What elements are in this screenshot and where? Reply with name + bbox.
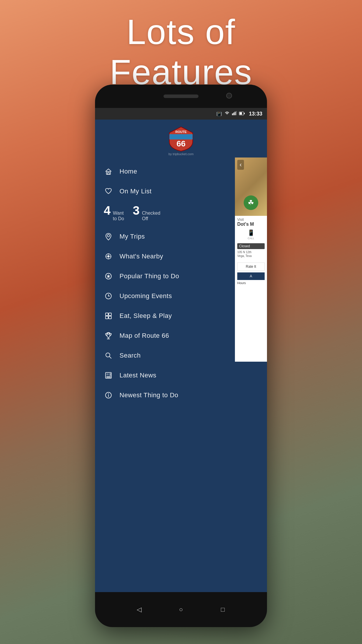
trophy-icon — [104, 331, 113, 340]
battery-icon — [239, 111, 245, 116]
svg-text:66: 66 — [176, 139, 185, 148]
grid-icon — [104, 311, 113, 321]
hours-label: Hours — [237, 280, 265, 286]
newspaper-icon — [104, 371, 113, 380]
phone-camera — [226, 93, 232, 99]
svg-point-42 — [108, 393, 109, 394]
menu-label-upcoming-events: Upcoming Events — [120, 292, 172, 300]
phone-top-bezel — [95, 85, 267, 108]
svg-line-32 — [110, 357, 112, 359]
call-button[interactable]: 📱 CALL — [237, 227, 265, 242]
menu-label-my-trips: My Trips — [120, 233, 145, 240]
svg-rect-1 — [233, 113, 234, 115]
phone-icon: 📱 — [247, 229, 255, 236]
by-text: by tripbucket.com — [166, 152, 196, 156]
address-line1: 105 N 12th — [237, 250, 265, 254]
svg-text:ROUTE: ROUTE — [175, 130, 187, 134]
svg-rect-5 — [240, 112, 242, 115]
right-panel-image: ‹ ☘ — [235, 158, 267, 216]
svg-rect-34 — [106, 373, 109, 375]
vibrate-icon: 📳 — [216, 111, 222, 117]
menu-label-latest-news: Latest News — [120, 372, 157, 379]
app-header: ROUTE 66 by tripbucket.com — [95, 120, 267, 159]
want-number: 4 — [104, 204, 110, 218]
signal-icon — [232, 111, 237, 116]
menu-label-on-my-list: On My List — [120, 188, 152, 195]
want-to-do-stat: 4 Want to Do — [104, 204, 124, 221]
checked-off-stat: 3 Checked Off — [133, 204, 161, 221]
status-icons: 📳 13:33 — [216, 111, 262, 117]
svg-rect-26 — [106, 316, 108, 319]
heart-icon — [104, 187, 113, 196]
svg-rect-25 — [109, 313, 111, 316]
call-label: CALL — [248, 237, 254, 240]
visit-label: Visit — [237, 218, 265, 222]
right-panel: ‹ ☘ Visit Dot's M 📱 CALL Closed 105 N 12… — [235, 158, 267, 362]
svg-rect-0 — [232, 113, 233, 115]
menu-label-eat-sleep-play: Eat, Sleep & Play — [120, 312, 172, 320]
svg-marker-19 — [106, 274, 110, 278]
menu-item-newest[interactable]: Newest Thing to Do — [95, 385, 267, 405]
wifi-icon — [224, 111, 230, 116]
address-line2: Vega, Texa — [237, 254, 265, 258]
svg-point-13 — [108, 256, 109, 257]
svg-rect-2 — [235, 112, 236, 115]
phone-bottom-bezel: ◁ ○ □ — [95, 592, 267, 627]
location-icon — [104, 252, 113, 261]
phone-screen: 📳 13:33 — [95, 108, 267, 592]
want-label: Want to Do — [113, 210, 124, 221]
home-nav-button[interactable]: ○ — [176, 604, 186, 615]
menu-label-search: Search — [120, 352, 141, 359]
svg-rect-10 — [108, 173, 109, 174]
menu-label-map: Map of Route 66 — [120, 332, 169, 340]
clock-icon — [104, 291, 113, 301]
place-name: Dot's M — [237, 222, 265, 227]
svg-point-23 — [108, 296, 109, 297]
phone-shell: 📳 13:33 — [95, 85, 267, 627]
search-icon — [104, 351, 113, 360]
menu-item-latest-news[interactable]: Latest News — [95, 365, 267, 385]
svg-rect-6 — [244, 113, 245, 114]
checked-number: 3 — [133, 204, 140, 218]
svg-rect-24 — [106, 313, 108, 316]
svg-point-11 — [107, 235, 110, 237]
svg-rect-27 — [109, 316, 111, 319]
menu-label-popular: Popular Thing to Do — [120, 272, 179, 280]
checked-label: Checked Off — [142, 210, 160, 221]
svg-rect-3 — [236, 111, 237, 115]
add-button[interactable]: A — [237, 272, 265, 280]
status-time: 13:33 — [249, 111, 262, 117]
svg-point-31 — [106, 353, 110, 357]
back-nav-button[interactable]: ◁ — [134, 604, 145, 615]
menu-label-whats-nearby: What's Nearby — [120, 253, 163, 260]
rate-button[interactable]: Rate It — [237, 262, 265, 271]
app-content: ROUTE 66 by tripbucket.com — [95, 120, 267, 592]
menu-label-newest: Newest Thing to Do — [120, 391, 178, 399]
back-button[interactable]: ‹ — [237, 160, 244, 170]
svg-point-30 — [108, 332, 109, 334]
status-bar: 📳 13:33 — [95, 108, 267, 120]
info-circle-icon — [104, 391, 113, 400]
map-pin-icon — [104, 232, 113, 241]
house-icon — [104, 167, 113, 176]
menu-label-home: Home — [120, 168, 137, 175]
hero-title: Lots of Features — [0, 12, 362, 92]
phone-speaker — [164, 94, 198, 98]
star-icon — [104, 272, 113, 281]
closed-badge: Closed — [237, 243, 265, 249]
route66-shield: ROUTE 66 — [166, 125, 196, 152]
recent-nav-button[interactable]: □ — [217, 604, 228, 615]
